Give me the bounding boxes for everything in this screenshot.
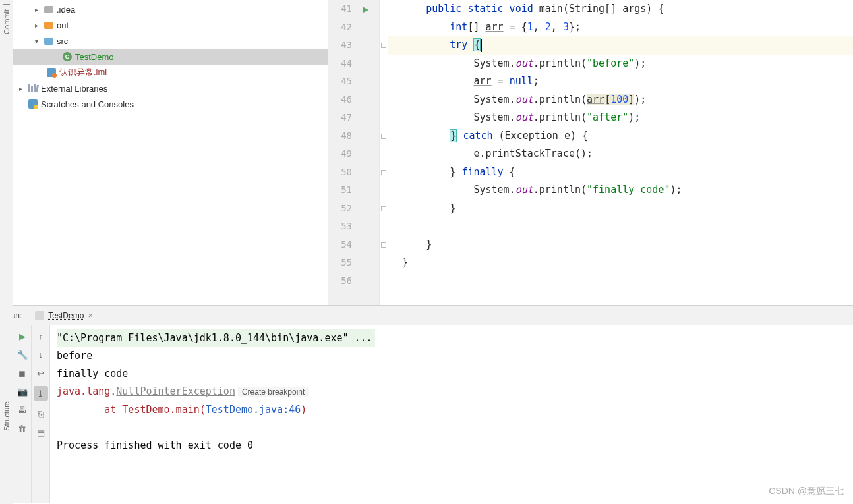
chevron-down-icon[interactable]: ▾ <box>32 38 41 45</box>
tree-folder-out[interactable]: ▸ out <box>13 17 328 33</box>
exception-line: java.lang.NullPointerExceptionCreate bre… <box>57 383 846 401</box>
commit-tool-tab[interactable]: Commit <box>3 5 11 38</box>
rerun-icon[interactable]: ▶ <box>17 331 28 341</box>
stack-trace-line: at TestDemo.main(TestDemo.java:46) <box>57 401 846 419</box>
layout-icon[interactable]: ▤ <box>36 427 46 437</box>
tree-scratches[interactable]: Scratches and Consoles <box>13 96 328 112</box>
print-icon[interactable]: 🖶 <box>17 405 28 415</box>
project-tree[interactable]: ▸ .idea ▸ out ▾ src C TestDemo 认识异常.iml … <box>13 0 328 305</box>
exit-icon[interactable]: ⎘ <box>36 408 46 419</box>
stack-trace-link[interactable]: TestDemo.java:46 <box>206 404 301 416</box>
tree-folder-idea[interactable]: ▸ .idea <box>13 1 328 17</box>
exception-link[interactable]: NullPointerException <box>116 385 235 397</box>
line-number-gutter: 41424344454647484950515253545556 <box>328 0 357 305</box>
left-vertical-toolbar-bottom: Structure <box>0 305 13 504</box>
class-icon: C <box>63 52 72 61</box>
left-vertical-toolbar: Commit <box>0 0 13 305</box>
module-icon <box>47 68 56 77</box>
tree-external-libraries[interactable]: ▸ External Libraries <box>13 80 328 96</box>
run-gutter-icon[interactable]: ▶ <box>363 5 368 14</box>
run-toolbar-secondary: ↑ ↓ ↩ ⤓ ⎘ ▤ <box>32 325 50 503</box>
scroll-to-end-icon[interactable]: ⤓ <box>34 386 48 401</box>
fold-marker-icon[interactable] <box>381 242 386 248</box>
fold-marker-icon[interactable] <box>381 206 386 211</box>
arrow-up-icon[interactable]: ↑ <box>36 331 46 341</box>
camera-icon[interactable]: 📷 <box>17 386 28 397</box>
create-breakpoint-button[interactable]: Create breakpoint <box>238 387 309 397</box>
fold-marker-icon[interactable] <box>381 43 386 48</box>
folder-icon <box>44 6 53 13</box>
arrow-down-icon[interactable]: ↓ <box>36 349 46 360</box>
tree-file-testdemo[interactable]: C TestDemo <box>13 49 328 65</box>
fold-marker-icon[interactable] <box>381 170 386 175</box>
exit-code-line: Process finished with exit code 0 <box>57 437 846 455</box>
run-toolbar-primary: ▶ 🔧 ◼ 📷 🖶 🗑 <box>13 325 32 503</box>
tree-file-iml[interactable]: 认识异常.iml <box>13 65 328 80</box>
text-caret <box>481 39 482 52</box>
tree-folder-src[interactable]: ▾ src <box>13 33 328 49</box>
code-editor[interactable]: 41424344454647484950515253545556 ▶ publi… <box>328 0 853 305</box>
soft-wrap-icon[interactable]: ↩ <box>36 368 46 378</box>
wrench-icon[interactable]: 🔧 <box>17 349 28 360</box>
console-line: before <box>57 347 846 365</box>
console-line: finally code <box>57 365 846 383</box>
source-folder-icon <box>44 38 53 45</box>
scratches-icon <box>28 99 38 109</box>
console-command: "C:\Program Files\Java\jdk1.8.0_144\bin\… <box>57 329 375 347</box>
watermark: CSDN @意愿三七 <box>769 486 844 497</box>
gutter-icons: ▶ <box>357 0 380 305</box>
fold-gutter <box>380 0 388 305</box>
chevron-right-icon[interactable]: ▸ <box>16 85 25 92</box>
library-icon <box>28 84 38 92</box>
fold-marker-icon[interactable] <box>381 134 386 139</box>
stop-icon[interactable]: ◼ <box>17 368 28 378</box>
run-header: Run: TestDemo × <box>0 306 853 325</box>
code-area[interactable]: public static void main(String[] args) {… <box>388 0 853 305</box>
structure-tool-tab[interactable]: Structure <box>3 397 11 435</box>
chevron-right-icon[interactable]: ▸ <box>32 6 41 13</box>
close-icon[interactable]: × <box>88 310 93 320</box>
tab-icon <box>35 311 44 320</box>
console-output[interactable]: "C:\Program Files\Java\jdk1.8.0_144\bin\… <box>50 325 853 503</box>
run-tab[interactable]: TestDemo × <box>30 306 98 325</box>
trash-icon[interactable]: 🗑 <box>17 423 28 434</box>
folder-icon <box>44 22 53 29</box>
run-tool-window: Run: TestDemo × Structure ▶ 🔧 ◼ 📷 🖶 🗑 ↑ … <box>0 305 853 503</box>
chevron-right-icon[interactable]: ▸ <box>32 22 41 29</box>
